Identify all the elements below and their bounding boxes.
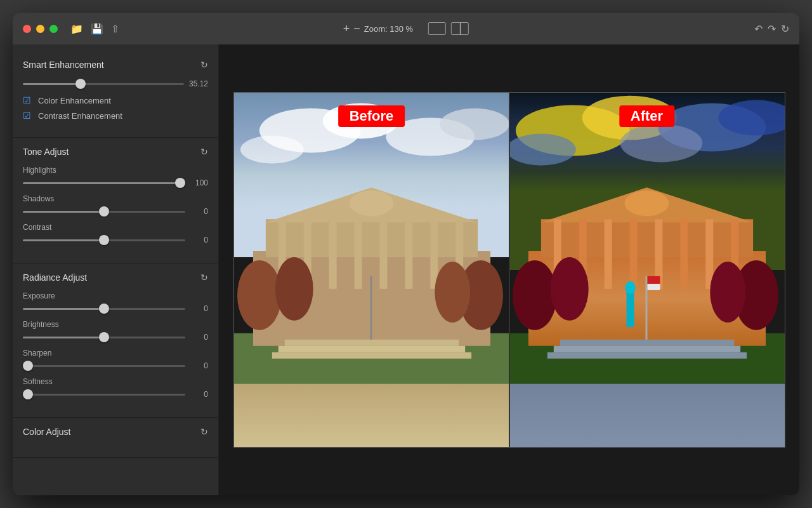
maximize-button[interactable]	[49, 25, 58, 33]
after-label: After	[619, 105, 674, 127]
svg-rect-58	[645, 276, 647, 340]
color-enhancement-label: Color Enhancement	[38, 96, 111, 105]
view-mode-icons	[428, 22, 469, 35]
file-icons: 📁 💾 ⇧	[70, 23, 119, 35]
exposure-wrapper	[23, 304, 185, 314]
svg-rect-26	[272, 352, 471, 359]
undo-redo-group: ↶ ↷ ↻	[754, 23, 789, 35]
shadows-slider[interactable]	[23, 211, 185, 213]
color-adjust-reset[interactable]: ↻	[200, 427, 208, 437]
softness-value: 0	[190, 390, 208, 399]
split-divider[interactable]	[509, 93, 510, 447]
canvas-area: Before	[219, 44, 799, 495]
zoom-level: Zoom: 130 %	[364, 24, 413, 34]
svg-rect-45	[680, 219, 688, 289]
softness-slider-container: 0	[23, 389, 208, 399]
brightness-label: Brightness	[23, 320, 208, 329]
undo-icon[interactable]: ↶	[754, 23, 763, 35]
highlights-slider-container: 100	[23, 178, 208, 188]
radiance-adjust-title: Radiance Adjust	[23, 272, 87, 283]
shadows-slider-container: 0	[23, 206, 208, 217]
svg-rect-15	[379, 219, 387, 289]
svg-point-48	[624, 190, 669, 216]
highlights-slider[interactable]	[23, 182, 185, 184]
color-adjust-panel: Color Adjust ↻	[13, 418, 218, 458]
single-view-icon[interactable]	[428, 22, 446, 35]
zoom-in-button[interactable]: +	[343, 23, 350, 34]
color-enhancement-row: ☑ Color Enhancement	[23, 95, 208, 105]
highlights-wrapper	[23, 178, 185, 188]
exposure-slider-container: 0	[23, 304, 208, 314]
radiance-adjust-header: Radiance Adjust ↻	[23, 272, 208, 283]
svg-point-20	[237, 260, 281, 330]
shadows-value: 0	[190, 207, 208, 216]
color-adjust-title: Color Adjust	[23, 427, 70, 437]
export-icon[interactable]: ⇧	[111, 23, 119, 35]
color-enhancement-checkbox[interactable]: ☑	[23, 95, 33, 105]
svg-point-4	[440, 109, 509, 140]
smart-enhancement-header: Smart Enhancement ↻	[23, 60, 208, 70]
contrast-wrapper	[23, 235, 185, 245]
radiance-adjust-reset[interactable]: ↻	[200, 272, 208, 283]
shadows-row: Shadows 0	[23, 194, 208, 217]
svg-rect-59	[647, 276, 660, 284]
refresh-icon[interactable]: ↻	[781, 23, 789, 35]
app-window: 📁 💾 ⇧ + − Zoom: 130 % ↶ ↷ ↻	[13, 13, 799, 495]
svg-rect-27	[370, 276, 372, 340]
smart-enhancement-slider[interactable]	[23, 83, 184, 85]
smart-enhancement-value: 35.12	[189, 79, 208, 88]
open-folder-icon[interactable]: 📁	[70, 23, 83, 35]
smart-enhancement-title: Smart Enhancement	[23, 60, 104, 70]
zoom-out-button[interactable]: −	[353, 23, 360, 34]
exposure-label: Exposure	[23, 291, 208, 300]
titlebar-right: ↶ ↷ ↻	[754, 23, 789, 35]
sharpen-slider[interactable]	[23, 365, 185, 367]
contrast-label: Contrast	[23, 223, 208, 232]
redo-icon[interactable]: ↷	[768, 23, 776, 35]
sharpen-value: 0	[190, 361, 208, 370]
brightness-row: Brightness 0	[23, 320, 208, 342]
softness-wrapper	[23, 389, 185, 399]
smart-enhancement-panel: Smart Enhancement ↻ 35.12 ☑ Color Enhanc…	[13, 51, 218, 138]
svg-point-23	[435, 262, 470, 323]
softness-row: Softness 0	[23, 377, 208, 399]
titlebar: 📁 💾 ⇧ + − Zoom: 130 % ↶ ↷ ↻	[13, 13, 799, 44]
tone-adjust-reset[interactable]: ↻	[200, 147, 208, 157]
svg-rect-55	[560, 340, 733, 346]
contrast-value: 0	[190, 236, 208, 244]
smart-enhancement-reset[interactable]: ↻	[200, 60, 208, 70]
svg-rect-42	[604, 219, 612, 289]
tone-adjust-title: Tone Adjust	[23, 147, 69, 157]
svg-point-5	[240, 135, 303, 163]
svg-rect-24	[284, 340, 458, 346]
svg-point-34	[620, 124, 702, 163]
brightness-slider[interactable]	[23, 337, 185, 338]
split-view-icon[interactable]	[451, 22, 469, 35]
contrast-enhancement-checkbox[interactable]: ☑	[23, 110, 33, 121]
svg-rect-57	[547, 352, 746, 359]
highlights-value: 100	[190, 178, 208, 187]
exposure-slider[interactable]	[23, 308, 185, 310]
tone-adjust-header: Tone Adjust ↻	[23, 147, 208, 157]
svg-rect-43	[629, 219, 637, 289]
highlights-row: Highlights 100	[23, 166, 208, 188]
softness-slider[interactable]	[23, 394, 185, 396]
close-button[interactable]	[23, 25, 31, 33]
smart-enhancement-slider-row: 35.12	[23, 79, 208, 89]
contrast-slider-container: 0	[23, 235, 208, 245]
save-icon[interactable]: 💾	[91, 23, 103, 35]
svg-rect-13	[329, 219, 336, 289]
contrast-enhancement-label: Contrast Enhancement	[38, 111, 122, 121]
svg-point-50	[550, 257, 588, 321]
main-content: Smart Enhancement ↻ 35.12 ☑ Color Enhanc…	[13, 44, 799, 495]
svg-point-33	[509, 133, 576, 165]
exposure-value: 0	[190, 304, 208, 313]
shadows-label: Shadows	[23, 194, 208, 203]
contrast-slider[interactable]	[23, 239, 185, 241]
sharpen-row: Sharpen 0	[23, 349, 208, 371]
minimize-button[interactable]	[36, 25, 44, 33]
svg-point-19	[349, 190, 393, 216]
svg-point-54	[625, 281, 635, 294]
smart-slider-container: 35.12	[23, 79, 208, 89]
shadows-wrapper	[23, 206, 185, 217]
